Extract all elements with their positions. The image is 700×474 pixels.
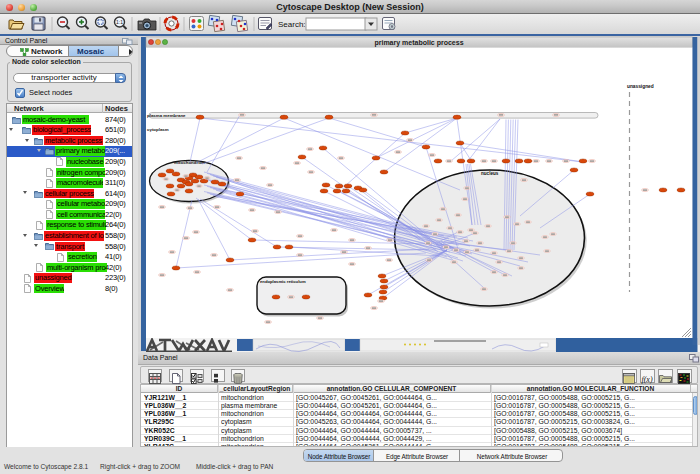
svg-text:unassigned: unassigned <box>627 84 654 89</box>
svg-text:f(x): f(x) <box>641 375 652 384</box>
svg-text:endoplasmic reticulum: endoplasmic reticulum <box>260 279 306 284</box>
svg-text:nucleus: nucleus <box>481 171 499 176</box>
svg-text:primary metabolic process: primary metabolic process <box>374 39 463 47</box>
svg-text:1:1: 1:1 <box>116 19 123 25</box>
svg-text:plasma membrane: plasma membrane <box>147 113 186 118</box>
svg-text:cytoplasm: cytoplasm <box>147 127 169 132</box>
svg-text:Search:: Search: <box>278 20 306 29</box>
